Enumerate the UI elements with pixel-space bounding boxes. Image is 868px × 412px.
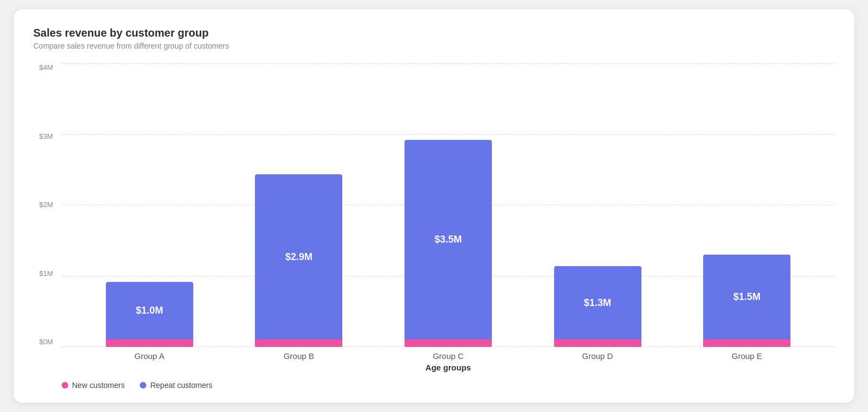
bar-group: $1.3M <box>549 266 647 347</box>
bar-group: $3.5M <box>399 140 497 347</box>
bars-row: $1.0M$2.9M$3.5M$1.3M$1.5M <box>62 63 835 347</box>
chart-card: Sales revenue by customer group Compare … <box>14 9 854 403</box>
x-labels-row: Group AGroup BGroup CGroup DGroup E <box>62 351 835 361</box>
x-axis-label: Group A <box>100 351 199 361</box>
x-axis-label: Group D <box>549 351 647 361</box>
bar-stack: $1.5M <box>703 255 790 347</box>
chart-title: Sales revenue by customer group <box>33 27 835 39</box>
x-axis-label: Group E <box>698 351 796 361</box>
legend-new: New customers <box>62 381 124 390</box>
legend-repeat: Repeat customers <box>140 381 212 390</box>
bar-new <box>703 339 790 347</box>
bar-repeat: $3.5M <box>405 140 492 339</box>
bar-repeat: $2.9M <box>255 174 342 339</box>
bar-new <box>255 339 342 347</box>
chart-body: $1.0M$2.9M$3.5M$1.3M$1.5M Group AGroup B… <box>62 63 835 372</box>
bar-group: $1.5M <box>698 255 796 347</box>
bar-group: $1.0M <box>100 282 199 347</box>
x-axis-label: Group C <box>399 351 497 361</box>
repeat-customers-dot <box>140 382 146 389</box>
bar-new <box>106 339 193 347</box>
chart-area: $4M$3M$2M$1M$0M $1.0M$2.9M$3.5M$1.3M$1.5… <box>33 63 835 372</box>
y-axis-label: $1M <box>39 269 53 278</box>
legend-repeat-label: Repeat customers <box>150 381 212 390</box>
bar-repeat: $1.5M <box>703 255 790 339</box>
y-axis-label: $3M <box>39 132 53 140</box>
y-axis-label: $4M <box>39 63 53 72</box>
bar-stack: $1.0M <box>106 282 193 347</box>
bar-stack: $1.3M <box>554 266 641 347</box>
legend: New customers Repeat customers <box>33 381 835 390</box>
y-axis-label: $2M <box>39 201 53 209</box>
bar-new <box>554 339 641 347</box>
bar-repeat: $1.3M <box>554 266 641 339</box>
bar-stack: $3.5M <box>405 140 492 347</box>
chart-subtitle: Compare sales revenue from different gro… <box>33 42 835 50</box>
legend-new-label: New customers <box>72 381 124 390</box>
y-axis-label: $0M <box>39 338 53 346</box>
x-axis-title: Age groups <box>62 363 835 372</box>
y-axis: $4M$3M$2M$1M$0M <box>33 63 62 372</box>
bar-repeat: $1.0M <box>106 282 193 339</box>
bar-stack: $2.9M <box>255 174 342 347</box>
x-axis-label: Group B <box>249 351 348 361</box>
bar-new <box>405 339 492 347</box>
new-customers-dot <box>62 382 68 389</box>
bar-group: $2.9M <box>249 174 348 347</box>
grid-and-bars: $1.0M$2.9M$3.5M$1.3M$1.5M <box>62 63 835 347</box>
